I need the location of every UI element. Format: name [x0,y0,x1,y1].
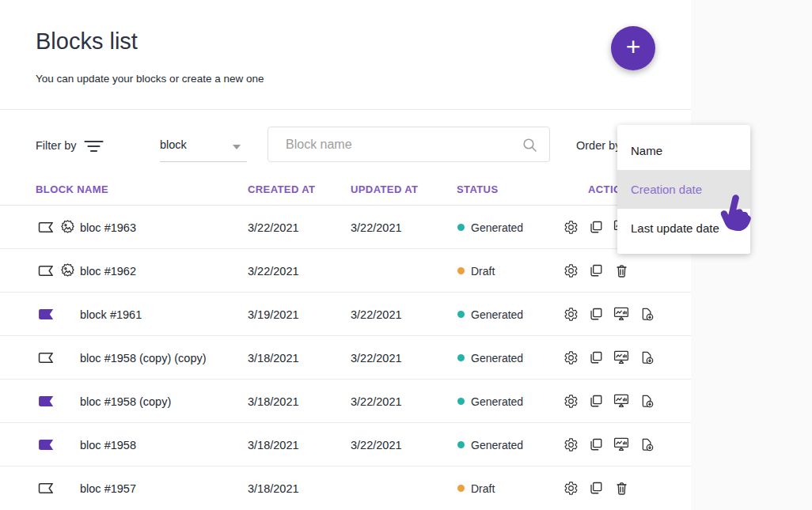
status-dot [457,224,465,231]
copy-icon[interactable] [588,263,604,278]
status-label: Generated [471,352,523,365]
settings-icon[interactable] [563,393,579,409]
blocks-list-page: Blocks list You can update your blocks o… [0,0,812,510]
status-dot [457,354,465,361]
monitor-chart-icon[interactable] [613,393,629,409]
page-title: Blocks list [36,28,138,55]
copy-icon[interactable] [588,393,604,409]
order-option-creation-date[interactable]: Creation date [617,170,750,209]
search-icon [522,137,538,153]
order-option-name[interactable]: Name [617,131,750,170]
flag-icon[interactable] [37,264,55,278]
copy-icon[interactable] [588,219,604,235]
status-dot [457,485,465,492]
blocks-table: bloc #1963 3/22/2021 3/22/2021 Generated… [0,206,691,510]
column-header-updated-at: UPDATED AT [351,183,418,195]
block-name-search [268,127,550,162]
order-by-label: Order by [576,139,620,152]
updated-at: 3/22/2021 [351,221,402,234]
settings-icon[interactable] [563,263,579,278]
copy-icon[interactable] [588,480,604,496]
generated-badge-icon [59,219,76,236]
created-at: 3/18/2021 [248,439,299,451]
created-at: 3/18/2021 [248,395,299,408]
delete-icon[interactable] [613,480,629,496]
status-label: Draft [471,482,495,495]
settings-icon[interactable] [563,436,579,452]
flag-icon[interactable] [37,351,55,365]
settings-icon[interactable] [563,480,579,496]
column-header-status: STATUS [457,183,498,195]
block-name: bloc #1957 [80,482,136,495]
order-option-last-update-date[interactable]: Last update date [617,209,750,247]
copy-icon[interactable] [588,349,604,365]
generated-badge-icon [59,263,76,279]
status-label: Generated [471,221,523,234]
created-at: 3/18/2021 [248,482,299,495]
row-actions [563,436,655,452]
table-row: bloc #1962 3/22/2021 Draft [0,249,691,293]
delete-icon[interactable] [613,263,629,278]
block-name: block #1961 [80,308,142,321]
block-name: bloc #1963 [80,221,136,234]
monitor-chart-icon[interactable] [613,349,629,365]
updated-at: 3/22/2021 [351,352,402,365]
status-dot [457,441,465,448]
filter-by-label: Filter by [36,139,77,152]
created-at: 3/18/2021 [248,352,299,365]
updated-at: 3/22/2021 [351,395,402,408]
status-label: Generated [471,308,523,321]
table-row: bloc #1958 (copy) 3/18/2021 3/22/2021 Ge… [0,380,691,423]
chevron-down-icon [233,145,241,149]
flag-icon[interactable] [37,395,55,408]
copy-icon[interactable] [588,306,604,322]
column-header-block-name: BLOCK NAME [36,183,108,195]
flag-icon[interactable] [37,482,55,495]
table-row: bloc #1957 3/18/2021 Draft [0,467,691,510]
block-name: bloc #1958 (copy) (copy) [80,352,207,365]
row-actions [563,393,655,409]
settings-icon[interactable] [563,349,579,365]
monitor-chart-icon[interactable] [613,306,629,322]
file-download-icon[interactable] [639,349,655,365]
monitor-chart-icon[interactable] [613,436,629,452]
flag-icon[interactable] [37,221,55,234]
settings-icon[interactable] [563,306,579,322]
file-download-icon[interactable] [639,436,655,452]
table-row: block #1961 3/19/2021 3/22/2021 Generate… [0,293,691,336]
status-label: Generated [471,395,523,408]
order-by-menu: NameCreation dateLast update date [617,125,750,254]
created-at: 3/22/2021 [248,221,299,234]
copy-icon[interactable] [588,436,604,452]
status-dot [457,398,465,405]
filter-type-value: block [160,138,187,151]
status-label: Generated [471,439,523,451]
updated-at: 3/22/2021 [351,308,402,321]
flag-icon[interactable] [37,438,55,451]
updated-at: 3/22/2021 [351,439,402,451]
file-download-icon[interactable] [639,393,655,409]
add-block-button[interactable]: + [611,26,655,70]
created-at: 3/22/2021 [248,265,299,278]
filter-icon [84,140,104,153]
table-row: bloc #1958 (copy) (copy) 3/18/2021 3/22/… [0,336,691,380]
block-name: bloc #1958 [80,439,136,451]
row-actions [563,263,629,278]
status-dot [457,311,465,318]
block-name: bloc #1958 (copy) [80,395,171,408]
block-name: bloc #1962 [80,265,136,278]
block-name-search-input[interactable] [286,127,523,161]
flag-icon[interactable] [37,308,55,321]
file-download-icon[interactable] [639,306,655,322]
row-actions [563,306,655,322]
settings-icon[interactable] [563,219,579,235]
created-at: 3/19/2021 [248,308,299,321]
table-row: bloc #1963 3/22/2021 3/22/2021 Generated [0,206,691,249]
plus-icon: + [626,34,641,59]
header-divider [0,109,691,110]
column-header-created-at: CREATED AT [248,183,315,195]
status-label: Draft [471,265,495,278]
filter-type-select[interactable]: block [160,133,247,162]
page-subtitle: You can update your blocks or create a n… [36,73,264,85]
row-actions [563,349,655,365]
